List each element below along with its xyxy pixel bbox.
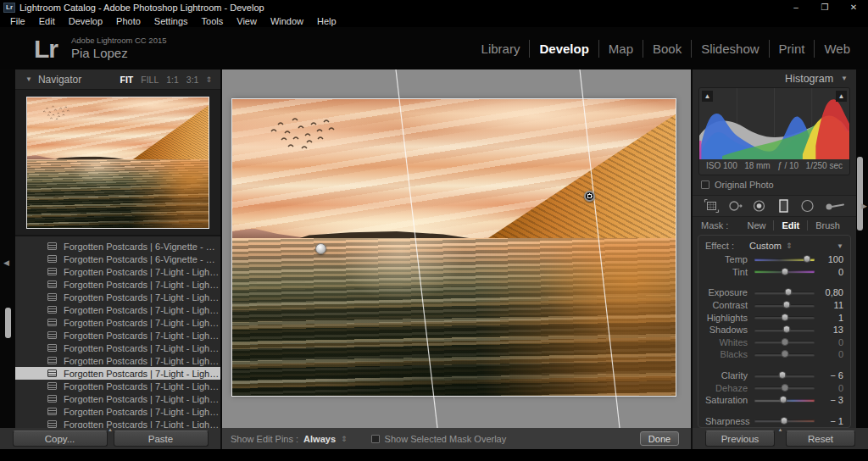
copy-button[interactable]: Copy... [13, 430, 108, 447]
preset-item[interactable]: Forgotten Postcards | 7-Light - Light le… [15, 316, 220, 329]
slider-track[interactable] [754, 341, 815, 343]
edit-pin-unselected[interactable] [315, 243, 326, 254]
menu-item[interactable]: Window [264, 16, 310, 26]
navigator-thumbnail[interactable] [26, 97, 209, 229]
left-scrollbar-thumb[interactable] [5, 308, 11, 338]
menu-item[interactable]: Develop [62, 16, 109, 26]
module-tab[interactable]: Map [598, 40, 643, 58]
slider-knob[interactable] [781, 384, 788, 392]
preset-item[interactable]: Forgotten Postcards | 6-Vignette - Subtl… [15, 253, 220, 265]
slider-knob[interactable] [781, 350, 788, 358]
preset-item[interactable]: Forgotten Postcards | 7-Light - Light le… [15, 342, 220, 354]
collapse-triangle-icon[interactable]: ▼ [837, 242, 843, 250]
preset-item[interactable]: Forgotten Postcards | 7-Light - Light le… [15, 265, 220, 278]
slider-knob[interactable] [780, 417, 787, 425]
menu-item[interactable]: File [3, 16, 32, 26]
module-tab[interactable]: Print [769, 40, 815, 58]
preset-item[interactable]: Forgotten Postcards | 7-Light - Light le… [15, 291, 220, 303]
slider-knob[interactable] [804, 255, 811, 263]
module-tab[interactable]: Book [643, 40, 691, 58]
preset-item[interactable]: Forgotten Postcards | 7-Light - Light le… [15, 392, 220, 405]
histogram-graph[interactable] [699, 88, 849, 159]
show-edit-pins-value[interactable]: Always [303, 434, 336, 444]
paste-button[interactable]: Paste [114, 430, 209, 447]
zoom-option[interactable]: FILL [141, 75, 159, 85]
reset-button[interactable]: Reset [786, 430, 855, 447]
edit-pins-stepper-icon[interactable]: ⇕ [341, 435, 348, 443]
slider-knob[interactable] [780, 396, 787, 403]
slider-track[interactable] [754, 316, 815, 319]
close-button[interactable]: ✕ [839, 0, 868, 14]
preset-item[interactable]: Forgotten Postcards | 7-Light - Light le… [15, 418, 220, 428]
module-tab[interactable]: Library [472, 40, 530, 58]
collapse-caret-icon[interactable]: ▴ [779, 426, 782, 432]
slider-knob[interactable] [785, 288, 793, 296]
edit-pin-selected[interactable] [584, 191, 595, 202]
slider-knob[interactable] [781, 314, 788, 321]
menu-item[interactable]: Tools [195, 16, 231, 26]
collapse-triangle-icon[interactable]: ▼ [841, 75, 848, 82]
slider-track[interactable] [754, 353, 815, 356]
slider-track[interactable] [754, 258, 815, 261]
slider-track[interactable] [754, 419, 815, 422]
slider-track[interactable] [754, 399, 815, 402]
adjustment-brush-tool-icon[interactable] [823, 198, 845, 214]
filmstrip-collapsed-edge[interactable] [0, 449, 868, 461]
red-eye-correction-tool-icon[interactable] [751, 198, 767, 214]
collapse-left-panel-icon[interactable]: ◀ [3, 259, 9, 267]
slider-knob[interactable] [781, 268, 788, 275]
minimize-button[interactable]: – [782, 0, 810, 14]
module-tab[interactable]: Web [814, 40, 860, 58]
module-tab[interactable]: Develop [529, 40, 598, 58]
slider-track[interactable] [754, 292, 815, 294]
preset-item[interactable]: Forgotten Postcards | 7-Light - Light le… [15, 380, 220, 392]
mask-option[interactable]: Brush [807, 220, 848, 230]
slider-knob[interactable] [782, 301, 790, 308]
zoom-stepper-icon[interactable]: ⇕ [205, 75, 212, 84]
mask-overlay-checkbox[interactable] [371, 435, 380, 443]
slider-track[interactable] [754, 304, 815, 307]
preset-item[interactable]: Forgotten Postcards | 6-Vignette - Subtl… [15, 240, 220, 253]
slider-track[interactable] [754, 270, 815, 273]
zoom-option[interactable]: 1:1 [166, 75, 179, 85]
menu-item[interactable]: Edit [32, 16, 62, 26]
slider-track[interactable] [754, 329, 815, 331]
slider-knob[interactable] [781, 338, 788, 346]
menu-item[interactable]: Settings [147, 16, 195, 26]
slider-track[interactable] [754, 386, 815, 389]
zoom-option[interactable]: FIT [120, 75, 133, 85]
radial-filter-tool-icon[interactable] [799, 198, 815, 214]
photo[interactable] [232, 99, 676, 396]
previous-button[interactable]: Previous [705, 430, 775, 447]
preset-item[interactable]: Forgotten Postcards | 7-Light - Light le… [15, 329, 220, 342]
spot-removal-tool-icon[interactable] [727, 198, 743, 214]
original-photo-checkbox[interactable] [701, 181, 709, 189]
slider-knob[interactable] [782, 325, 790, 333]
collapse-triangle-icon[interactable]: ▼ [25, 75, 32, 83]
preset-item[interactable]: Forgotten Postcards | 7-Light - Light le… [15, 278, 220, 291]
right-scrollbar-thumb[interactable] [857, 157, 863, 230]
crop-overlay-tool-icon[interactable] [704, 198, 720, 214]
zoom-option[interactable]: 3:1 [186, 75, 199, 85]
effect-stepper-icon[interactable]: ⇕ [786, 242, 793, 250]
slider-knob[interactable] [778, 371, 786, 379]
collapse-right-panel-icon[interactable]: ▶ [861, 203, 867, 210]
slider-track[interactable] [754, 375, 815, 377]
menu-item[interactable]: Photo [109, 16, 147, 26]
preset-item[interactable]: Forgotten Postcards | 7-Light - Light le… [15, 367, 220, 380]
effect-preset-value[interactable]: Custom [749, 241, 782, 251]
preset-item[interactable]: Forgotten Postcards | 7-Light - Light le… [15, 303, 220, 316]
shadow-clipping-icon[interactable]: ▲ [702, 91, 713, 102]
collapse-caret-icon[interactable]: ▴ [108, 426, 112, 432]
mask-option[interactable]: New [739, 220, 773, 230]
menu-item[interactable]: Help [310, 16, 343, 26]
done-button[interactable]: Done [640, 431, 679, 446]
graduated-filter-tool-icon[interactable] [776, 198, 792, 214]
highlight-clipping-icon[interactable]: ▲ [836, 91, 847, 102]
menu-item[interactable]: View [230, 16, 264, 26]
mask-option[interactable]: Edit [773, 220, 807, 230]
restore-button[interactable]: ❐ [810, 0, 839, 14]
preset-item[interactable]: Forgotten Postcards | 7-Light - Light le… [15, 354, 220, 367]
preset-item[interactable]: Forgotten Postcards | 7-Light - Light le… [15, 405, 220, 418]
module-tab[interactable]: Slideshow [691, 40, 768, 58]
